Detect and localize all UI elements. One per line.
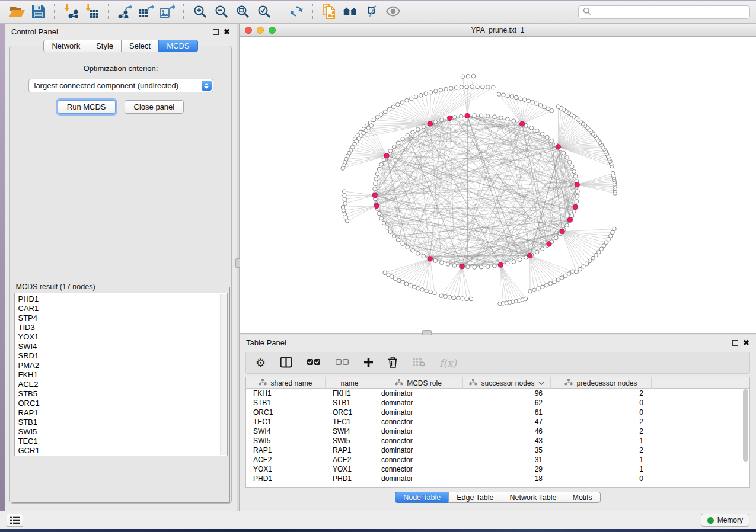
- table-row-YOX1[interactable]: YOX1YOX1connector291: [246, 464, 749, 474]
- name-cell[interactable]: ACE2: [326, 455, 374, 464]
- result-node[interactable]: STB1: [18, 418, 227, 427]
- result-node[interactable]: FKH1: [18, 370, 227, 380]
- mcds-role-cell[interactable]: dominator: [374, 408, 463, 417]
- result-list-scrollbar[interactable]: [220, 294, 227, 455]
- table-scrollbar-thumb[interactable]: [743, 389, 748, 462]
- mcds-role-cell[interactable]: dominator: [374, 446, 463, 455]
- name-cell[interactable]: STB1: [326, 398, 374, 408]
- successor-nodes-cell[interactable]: 47: [463, 417, 551, 427]
- shared-name-cell[interactable]: ACE2: [246, 455, 326, 464]
- add-column-button[interactable]: [363, 357, 374, 369]
- save-session-button[interactable]: [27, 3, 49, 22]
- table-row-PHD1[interactable]: PHD1PHD1dominator180: [246, 474, 749, 483]
- result-node[interactable]: PMA2: [18, 361, 227, 370]
- export-image-button[interactable]: [157, 3, 178, 22]
- float-panel-icon[interactable]: [732, 340, 738, 346]
- table-row-STB1[interactable]: STB1STB1dominator620: [246, 398, 749, 408]
- mcds-role-cell[interactable]: dominator: [374, 389, 463, 398]
- shared-name-cell[interactable]: TEC1: [246, 417, 326, 427]
- predecessor-nodes-cell[interactable]: 2: [551, 446, 652, 455]
- name-cell[interactable]: PHD1: [326, 474, 374, 483]
- successor-nodes-cell[interactable]: 29: [463, 464, 551, 474]
- search-input[interactable]: [594, 8, 745, 17]
- filler-cell[interactable]: [652, 455, 749, 464]
- mcds-role-cell[interactable]: connector: [374, 417, 463, 427]
- mcds-role-cell[interactable]: connector: [374, 436, 463, 446]
- result-node[interactable]: STB5: [18, 389, 227, 399]
- mcds-role-cell[interactable]: connector: [374, 464, 463, 474]
- network-window-titlebar[interactable]: YPA_prune.txt_1: [240, 24, 756, 37]
- filler-cell[interactable]: [652, 389, 749, 398]
- result-node[interactable]: ACE2: [18, 380, 227, 389]
- result-node[interactable]: RAP1: [18, 408, 227, 418]
- result-node[interactable]: STP4: [18, 313, 227, 323]
- filler-cell[interactable]: [652, 427, 749, 436]
- import-network-button[interactable]: [60, 3, 81, 22]
- import-table-button[interactable]: [81, 3, 103, 22]
- refresh-button[interactable]: [286, 3, 307, 22]
- result-node[interactable]: CAR1: [18, 304, 227, 313]
- predecessor-nodes-cell[interactable]: 2: [551, 417, 652, 427]
- table-row-ORC1[interactable]: ORC1ORC1dominator610: [246, 408, 749, 417]
- predecessor-nodes-cell[interactable]: 0: [551, 474, 652, 483]
- home-button[interactable]: [340, 3, 361, 22]
- table-row-FKH1[interactable]: FKH1FKH1dominator962: [246, 389, 749, 398]
- successor-nodes-cell[interactable]: 96: [463, 389, 551, 398]
- task-history-button[interactable]: [7, 514, 23, 527]
- zoom-out-button[interactable]: [210, 3, 232, 22]
- delete-column-button[interactable]: [388, 357, 398, 370]
- column-header-successor-nodes[interactable]: successor nodes: [463, 377, 551, 389]
- deselect-all-button[interactable]: [335, 358, 349, 367]
- name-cell[interactable]: SWI5: [326, 436, 374, 446]
- tab-network[interactable]: Network: [43, 40, 88, 52]
- result-node[interactable]: SRD1: [18, 351, 227, 361]
- filler-cell[interactable]: [652, 474, 749, 483]
- minimize-window-icon[interactable]: [257, 27, 264, 34]
- filler-cell[interactable]: [652, 464, 749, 474]
- name-cell[interactable]: SWI4: [326, 427, 374, 436]
- table-row-SWI5[interactable]: SWI5SWI5connector431: [246, 436, 749, 446]
- table-row-ACE2[interactable]: ACE2ACE2connector311: [246, 455, 749, 464]
- node-table[interactable]: shared namenameMCDS rolesuccessor nodesp…: [245, 377, 750, 488]
- shared-name-cell[interactable]: YOX1: [246, 464, 326, 474]
- maximize-window-icon[interactable]: [269, 27, 276, 34]
- filler-cell[interactable]: [652, 446, 749, 455]
- tab-motifs[interactable]: Motifs: [564, 492, 600, 503]
- table-scrollbar[interactable]: [743, 389, 748, 486]
- mcds-result-list[interactable]: PHD1CAR1STP4TID3YOX1SWI4SRD1PMA2FKH1ACE2…: [14, 293, 228, 456]
- tab-node-table[interactable]: Node Table: [395, 492, 449, 503]
- open-session-button[interactable]: [6, 3, 27, 22]
- predecessor-nodes-cell[interactable]: 1: [551, 436, 652, 446]
- predecessor-nodes-cell[interactable]: 0: [551, 398, 652, 408]
- successor-nodes-cell[interactable]: 61: [463, 408, 551, 417]
- splitter-grip[interactable]: [422, 330, 432, 335]
- predecessor-nodes-cell[interactable]: 0: [551, 408, 652, 417]
- filler-cell[interactable]: [652, 436, 749, 446]
- search-box[interactable]: [578, 5, 750, 19]
- predecessor-nodes-cell[interactable]: 1: [551, 464, 652, 474]
- network-canvas[interactable]: [240, 37, 756, 333]
- zoom-in-button[interactable]: [189, 3, 210, 22]
- close-panel-button[interactable]: Close panel: [125, 100, 184, 114]
- table-row-SWI4[interactable]: SWI4SWI4dominator462: [246, 427, 749, 436]
- tab-style[interactable]: Style: [88, 40, 122, 52]
- result-node[interactable]: YOX1: [18, 332, 227, 342]
- table-row-RAP1[interactable]: RAP1RAP1dominator352: [246, 446, 749, 455]
- show-annotations-button[interactable]: [382, 3, 404, 22]
- shared-name-cell[interactable]: RAP1: [246, 446, 326, 455]
- select-all-button[interactable]: [307, 358, 321, 367]
- shared-name-cell[interactable]: SWI5: [246, 436, 326, 446]
- gear-button[interactable]: ⚙: [256, 357, 266, 368]
- shared-name-cell[interactable]: STB1: [246, 398, 326, 408]
- network-graph[interactable]: [240, 37, 755, 333]
- column-header-shared-name[interactable]: shared name: [246, 377, 326, 389]
- mcds-role-cell[interactable]: connector: [374, 455, 463, 464]
- result-node[interactable]: TID3: [18, 323, 227, 332]
- name-cell[interactable]: TEC1: [326, 417, 374, 427]
- name-cell[interactable]: ORC1: [326, 408, 374, 417]
- zoom-fit-button[interactable]: [232, 3, 253, 22]
- predecessor-nodes-cell[interactable]: 2: [551, 389, 652, 398]
- column-header-name[interactable]: name: [326, 377, 374, 389]
- result-node[interactable]: TEC1: [18, 437, 227, 446]
- name-cell[interactable]: RAP1: [326, 446, 374, 455]
